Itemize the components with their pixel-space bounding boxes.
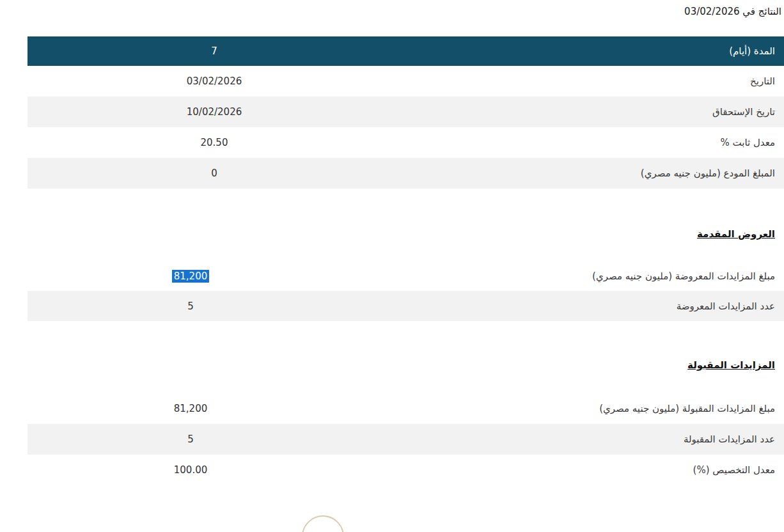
date-label: التاريخ <box>401 66 784 97</box>
tenor-header-label: المدة (أيام) <box>401 36 784 66</box>
deposited-amount-value: 0 <box>27 158 401 189</box>
accepted-section-title: المزايدات المقبولة <box>687 359 775 371</box>
table-row: المبلغ المودع (مليون جنيه مصري) 0 <box>27 158 784 189</box>
offered-bids-count-label: عدد المزايدات المعروضة <box>354 291 784 321</box>
table-row: تاريخ الإستحقاق 10/02/2026 <box>27 97 784 127</box>
partial-circle-decoration <box>302 515 344 532</box>
results-date: النتائج في 03/02/2026 <box>684 6 781 17</box>
table-row: مبلغ المزايدات المقبولة (مليون جنيه مصري… <box>27 393 784 424</box>
accepted-bids-amount-label: مبلغ المزايدات المقبولة (مليون جنيه مصري… <box>354 393 784 424</box>
table-row: عدد المزايدات المعروضة 5 <box>27 291 784 321</box>
date-value: 03/02/2026 <box>27 66 401 97</box>
maturity-date-value: 10/02/2026 <box>27 97 401 127</box>
table-header-row: المدة (أيام) 7 <box>27 36 784 66</box>
table-row: معدل التخصيص (%) 100.00 <box>27 455 784 485</box>
offered-bids-amount-label: مبلغ المزايدات المعروضة (مليون جنيه مصري… <box>354 261 784 291</box>
allocation-rate-value: 100.00 <box>27 455 354 485</box>
fixed-rate-label: معدل ثابت % <box>401 127 784 158</box>
accepted-bids-table: مبلغ المزايدات المقبولة (مليون جنيه مصري… <box>27 393 784 485</box>
selected-text-highlight: 81,200 <box>172 270 210 283</box>
allocation-rate-label: معدل التخصيص (%) <box>354 455 784 485</box>
table-row: التاريخ 03/02/2026 <box>27 66 784 97</box>
table-row: معدل ثابت % 20.50 <box>27 127 784 158</box>
table-row: مبلغ المزايدات المعروضة (مليون جنيه مصري… <box>27 261 784 291</box>
deposited-amount-label: المبلغ المودع (مليون جنيه مصري) <box>401 158 784 189</box>
maturity-date-label: تاريخ الإستحقاق <box>401 97 784 127</box>
accepted-bids-count-label: عدد المزايدات المقبولة <box>354 424 784 455</box>
auction-summary-table: المدة (أيام) 7 التاريخ 03/02/2026 تاريخ … <box>27 36 784 189</box>
table-row: عدد المزايدات المقبولة 5 <box>27 424 784 455</box>
tenor-header-value: 7 <box>27 36 401 66</box>
offered-bids-amount-value: 81,200 <box>27 261 354 291</box>
accepted-bids-amount-value: 81,200 <box>27 393 354 424</box>
fixed-rate-value: 20.50 <box>27 127 401 158</box>
offered-bids-count-value: 5 <box>27 291 354 321</box>
accepted-bids-count-value: 5 <box>27 424 354 455</box>
offers-table: مبلغ المزايدات المعروضة (مليون جنيه مصري… <box>27 261 784 321</box>
offers-section-title: العروض المقدمة <box>697 228 775 240</box>
